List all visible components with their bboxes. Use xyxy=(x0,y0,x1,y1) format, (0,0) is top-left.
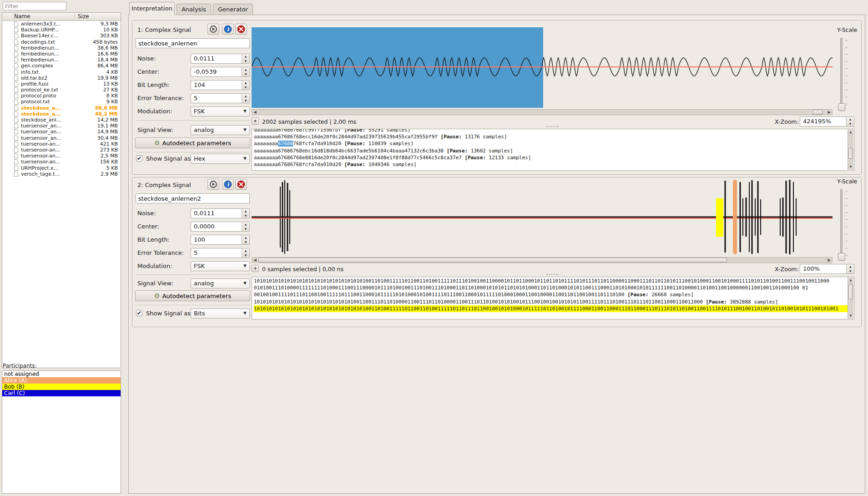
file-row[interactable]: protocol_ke.txt27 KB xyxy=(2,87,121,93)
signal2-play-button[interactable] xyxy=(207,179,219,190)
scroll-left-icon[interactable]: ◀ xyxy=(252,110,258,115)
signal2-bit-length-spinbox[interactable]: 100▲▼ xyxy=(191,235,250,245)
spin-arrows-icon[interactable]: ▲▼ xyxy=(846,117,854,126)
signal2-show-signal-as-dropdown[interactable]: Bits▼ xyxy=(191,309,250,319)
file-row[interactable]: versch_tage.t...2,9 MB xyxy=(2,171,121,177)
participant-row[interactable]: Carl (C) xyxy=(2,390,121,396)
protocol-message-bits[interactable]: 1010101010101010101010101010101010101001… xyxy=(254,278,852,284)
slider-handle[interactable] xyxy=(838,103,845,111)
signal2-signal-view-dropdown[interactable]: analog▼ xyxy=(191,278,250,288)
signal2-noise-spinbox[interactable]: 0,0111▲▼ xyxy=(191,208,250,218)
file-row[interactable]: Boeser14er.c...303 KB xyxy=(2,33,121,39)
file-row[interactable]: tuersensor_an...19,1 MB xyxy=(2,123,121,129)
signal2-waveform[interactable] xyxy=(252,178,833,256)
scrollbar-thumb[interactable] xyxy=(848,148,853,159)
scroll-down-icon[interactable]: ▼ xyxy=(848,313,853,319)
signal2-zoom-in-button[interactable]: + xyxy=(252,265,259,272)
participant-row[interactable]: not assigned xyxy=(2,371,121,377)
filter-input[interactable] xyxy=(3,2,66,10)
signal1-center-spinbox[interactable]: -0,0539▲▼ xyxy=(191,67,250,77)
participant-row[interactable]: Bob (B) xyxy=(2,384,121,390)
signal2-protocol-bits-view[interactable]: 1010101010101010101010101010101010101001… xyxy=(252,277,854,319)
file-row[interactable]: gen.complex86,4 MB xyxy=(2,63,121,69)
spin-arrows-icon[interactable]: ▲▼ xyxy=(242,94,249,103)
protocol-message-hex[interactable]: aaaaaaaa67686768ecc16de20f0c2844d97ad239… xyxy=(254,133,852,140)
spin-arrows-icon[interactable]: ▲▼ xyxy=(846,264,854,273)
spin-arrows-icon[interactable]: ▲▼ xyxy=(242,54,249,63)
protocol-message-hex[interactable]: aaaaaaaa67686768fcfa7da910d20 [Pause: 11… xyxy=(254,140,852,147)
scrollbar-thumb[interactable] xyxy=(812,110,823,115)
signal1-name-input[interactable] xyxy=(136,38,250,48)
signal2-name-input[interactable] xyxy=(136,193,250,203)
protocol-message-hex[interactable]: aaaaaaaa67686768e8816de20f0c2844d97ad239… xyxy=(254,154,852,161)
signal1-autodetect-button[interactable]: ⚙Autodetect parameters xyxy=(135,137,250,148)
protocol-message-bits[interactable]: 0010010011110111011001001111101110011000… xyxy=(254,291,852,298)
signal1-close-button[interactable] xyxy=(235,24,247,35)
signal1-modulation-dropdown[interactable]: FSK▼ xyxy=(191,106,250,116)
file-row[interactable]: tuersensor-an...421 KB xyxy=(2,141,121,147)
file-row[interactable]: tuersensor-an...2,5 MB xyxy=(2,153,121,159)
signal2-yscale-slider[interactable] xyxy=(840,189,843,260)
file-row[interactable]: profile.fuzz13 KB xyxy=(2,81,121,87)
file-row[interactable]: steckdose_anl...14,2 MB xyxy=(2,117,121,123)
signal1-signal-view-dropdown[interactable]: analog▼ xyxy=(191,125,250,135)
signal1-play-button[interactable] xyxy=(207,24,219,35)
tab-generator[interactable]: Generator xyxy=(213,4,253,15)
splitter-handle[interactable] xyxy=(546,274,559,275)
protocol-message-bits[interactable]: 0101001110100001111111101000111001110000… xyxy=(254,284,852,291)
signal1-hscrollbar[interactable]: ◀ ▶ xyxy=(252,109,833,115)
signal2-xzoom-spinbox[interactable]: 100%▲▼ xyxy=(800,264,854,274)
tab-analysis[interactable]: Analysis xyxy=(177,4,211,15)
signal2-close-button[interactable] xyxy=(235,179,247,190)
signal1-show-signal-as-dropdown[interactable]: Hex▼ xyxy=(191,154,250,164)
signal2-autodetect-button[interactable]: ⚙Autodetect parameters xyxy=(135,290,250,301)
file-row[interactable]: tuersensor_an...14,9 MB xyxy=(2,129,121,135)
file-row[interactable]: tuersensor-an...273 KB xyxy=(2,147,121,153)
file-row[interactable]: old.tar.bz219,9 MB xyxy=(2,75,121,81)
file-row[interactable]: protocol.txt9 KB xyxy=(2,99,121,105)
scroll-left-icon[interactable]: ◀ xyxy=(252,258,258,263)
file-row[interactable]: URHProject.x...5 KB xyxy=(2,165,121,171)
file-row[interactable]: steckdose_a...48,2 MB xyxy=(2,111,121,117)
file-row[interactable]: protocol.proto8 KB xyxy=(2,93,121,99)
signal1-protocol-vscrollbar[interactable]: ▲ ▼ xyxy=(848,130,853,170)
spin-arrows-icon[interactable]: ▲▼ xyxy=(242,248,249,258)
scroll-down-icon[interactable]: ▼ xyxy=(848,164,853,170)
signal2-protocol-vscrollbar[interactable]: ▲ ▼ xyxy=(848,278,853,319)
file-table-header-size[interactable]: Size xyxy=(75,13,121,20)
protocol-message-bits[interactable]: 1010101010101010101010101010101010011001… xyxy=(254,299,852,305)
spin-arrows-icon[interactable]: ▲▼ xyxy=(242,222,249,231)
scroll-up-icon[interactable]: ▲ xyxy=(848,278,853,283)
scrollbar-thumb[interactable] xyxy=(848,284,853,299)
spin-arrows-icon[interactable]: ▲▼ xyxy=(242,209,249,218)
signal1-zoom-in-button[interactable]: + xyxy=(252,117,259,125)
file-row[interactable]: fernbedienun...16,6 MB xyxy=(2,51,121,57)
signal2-center-spinbox[interactable]: 0,0000▲▼ xyxy=(191,222,250,232)
protocol-message-bits[interactable]: 1010101010101010101010101010101010101001… xyxy=(254,305,852,312)
file-table-header-name[interactable]: Name xyxy=(2,13,75,20)
signal1-info-button[interactable]: i xyxy=(222,24,234,35)
file-row[interactable]: Backup.URHP...10 KB xyxy=(2,27,121,33)
signal1-protocol-hex-view[interactable]: aaaaaaaa67686768fc99ff1598fbf [Pause: 55… xyxy=(252,129,854,171)
signal2-hscrollbar[interactable]: ◀ ▶ xyxy=(252,257,833,263)
signal1-bit-length-spinbox[interactable]: 104▲▼ xyxy=(191,80,250,90)
file-row[interactable]: decodings.txt458 bytes xyxy=(2,39,121,45)
spin-arrows-icon[interactable]: ▲▼ xyxy=(242,81,249,90)
scrollbar-thumb[interactable] xyxy=(258,258,727,263)
scroll-up-icon[interactable]: ▲ xyxy=(848,130,853,135)
file-row[interactable]: info.txt4 KB xyxy=(2,69,121,75)
protocol-message-hex[interactable]: aaaaaaaa67686768fcfa7da910d20 [Pause: 10… xyxy=(254,161,852,168)
file-row[interactable]: tuersensor_an...30,4 MB xyxy=(2,135,121,141)
participant-row[interactable]: Alice (A) xyxy=(2,377,121,384)
splitter-handle[interactable] xyxy=(546,126,559,127)
signal1-yscale-slider[interactable] xyxy=(840,38,843,110)
file-row[interactable]: anlernen3x3.t...9,3 MB xyxy=(2,21,121,27)
file-row[interactable]: fernbedienun...38,6 MB xyxy=(2,45,121,51)
signal2-show-signal-checkbox[interactable]: ✔ xyxy=(136,310,142,316)
spin-arrows-icon[interactable]: ▲▼ xyxy=(242,67,249,76)
signal2-error-tolerance-spinbox[interactable]: 5▲▼ xyxy=(191,248,250,258)
file-row[interactable]: steckdose_a...98,0 MB xyxy=(2,105,121,111)
protocol-message-hex[interactable]: aaaaaaaa67686768fc99ff1598fbf [Pause: 55… xyxy=(254,129,852,133)
file-row[interactable]: tuersensor-an...156 KB xyxy=(2,159,121,165)
scroll-right-icon[interactable]: ▶ xyxy=(826,258,832,263)
